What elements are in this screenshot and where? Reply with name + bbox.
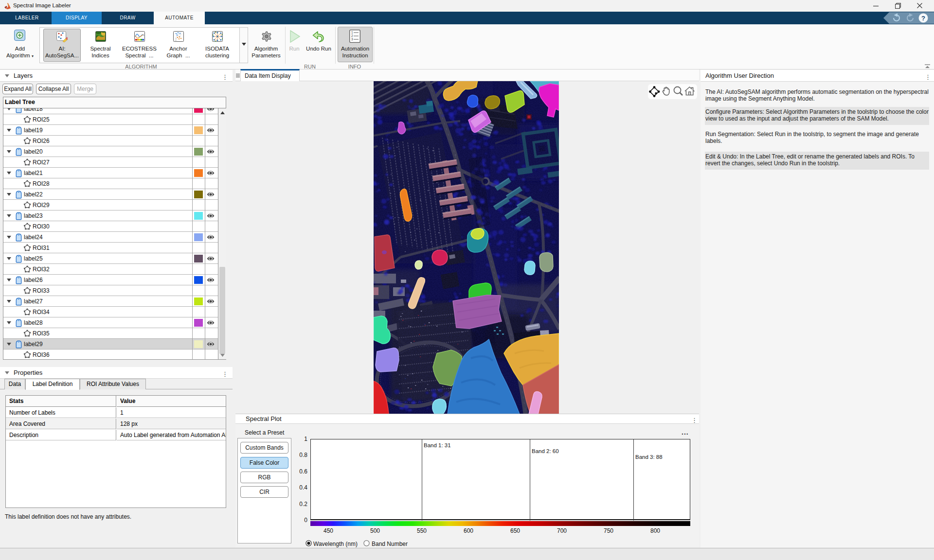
svg-text:3: 3 [351, 37, 353, 41]
svg-text:?: ? [921, 15, 925, 22]
svg-text:1: 1 [351, 31, 353, 34]
svg-text:2: 2 [351, 34, 353, 37]
